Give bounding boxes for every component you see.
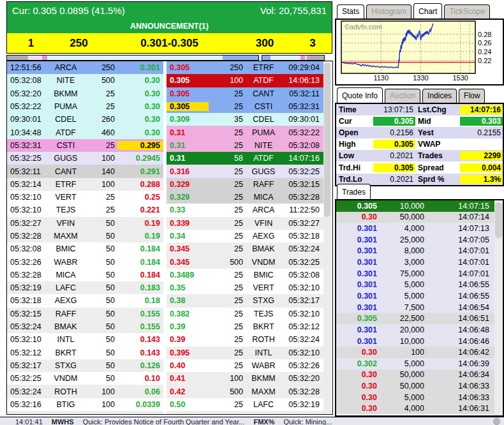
- news-symbol-2[interactable]: FMX%: [253, 418, 274, 425]
- bid-row[interactable]: 05:32:31CSTI250.295: [7, 139, 163, 152]
- news-symbol[interactable]: MWHS: [52, 418, 74, 425]
- book-scrollbar-thumb[interactable]: [324, 63, 330, 217]
- bid-row[interactable]: 05:32:16BTIG1000.0339: [7, 398, 163, 411]
- ask-row[interactable]: 0.32925MICA05:32:28: [167, 191, 323, 204]
- bid-row[interactable]: 05:32:24BMAK500.155: [7, 320, 163, 333]
- ask-row[interactable]: 0.31625GUGS05:32:25: [167, 165, 323, 177]
- trade-row[interactable]: 0.30125,00014:07:05: [336, 234, 494, 246]
- bid-row[interactable]: 05:32:25GUGS1000.2945: [7, 152, 163, 165]
- ask-row[interactable]: 0.3925ROTH05:32:24: [167, 333, 323, 346]
- trade-row[interactable]: 0.30110,00014:06:46: [336, 336, 494, 347]
- bid-row[interactable]: 05:32:25VNDM500.10: [7, 372, 163, 385]
- trade-row[interactable]: 0.304,00014:06:31: [336, 403, 494, 415]
- tab-stats[interactable]: Stats: [337, 4, 364, 19]
- ask-row[interactable]: 0.3325ARCA11:22:50: [167, 204, 323, 216]
- bid-row[interactable]: 05:32:10TEJS250.221: [7, 204, 163, 216]
- tab-chart[interactable]: Chart: [413, 3, 442, 19]
- ask-row[interactable]: 0.30525CSTI05:32:31: [167, 100, 323, 113]
- bid-row[interactable]: 05:32:25MITR1000.03: [7, 411, 163, 414]
- bid-row[interactable]: 05:32:11CANT1400.291: [7, 165, 163, 177]
- ask-price: 0.33: [167, 205, 209, 214]
- ask-row[interactable]: 0.345500VNDM05:32:25: [167, 255, 323, 268]
- bid-row[interactable]: 05:32:26WABR500.184: [7, 255, 163, 268]
- trade-row[interactable]: 0.3015,00014:06:55: [336, 290, 494, 302]
- ask-row[interactable]: 0.3825STXG05:32:17: [167, 294, 323, 307]
- ask-row[interactable]: 0.30525CANT05:32:11: [167, 87, 323, 100]
- ask-row[interactable]: 0.305250ETRF09:29:04: [167, 61, 323, 74]
- ask-row[interactable]: 0.5025LAFC05:32:19: [167, 398, 323, 411]
- trade-row[interactable]: 0.3050,00014:07:14: [336, 212, 494, 223]
- ask-row[interactable]: 0.5225LAMP05:32:22: [167, 411, 323, 414]
- trades-scrollbar-thumb[interactable]: [495, 202, 502, 238]
- tab-indices[interactable]: Indices: [422, 89, 457, 103]
- announcement-bar[interactable]: ANNOUNCEMENT(1): [7, 19, 332, 33]
- trade-row[interactable]: 0.3015,00014:06:55: [336, 279, 494, 290]
- bid-row[interactable]: 09:30:01CDEL2600.30: [7, 113, 163, 126]
- news-headline-2[interactable]: Quick: Mining...: [283, 418, 332, 425]
- trade-row[interactable]: 0.30522,50014:06:51: [336, 313, 494, 324]
- bid-row[interactable]: 05:32:08BMIC500.184: [7, 242, 163, 255]
- book-scrollbar[interactable]: [323, 61, 331, 414]
- bid-row[interactable]: 05:32:12BKRT500.143: [7, 347, 163, 359]
- bid-row[interactable]: 05:32:20BKMM250.30: [7, 87, 163, 100]
- trade-row[interactable]: 0.30175,00014:07:01: [336, 268, 494, 280]
- trade-row[interactable]: 0.3018,00014:07:01: [336, 246, 494, 257]
- bid-size: 500: [84, 76, 117, 85]
- ask-row[interactable]: 0.305100ATDF14:06:13: [167, 74, 323, 87]
- trade-row[interactable]: 0.3014,00014:07:13: [336, 223, 494, 234]
- ask-row[interactable]: 0.4025WABR05:32:26: [167, 359, 323, 372]
- news-scroll-icon[interactable]: [493, 418, 500, 425]
- ask-row[interactable]: 0.34525BMAK05:32:24: [167, 242, 323, 255]
- bid-row[interactable]: 05:32:10VERT250.25: [7, 191, 163, 204]
- trade-row[interactable]: 0.30510,00014:07:15: [336, 200, 494, 212]
- ask-row[interactable]: 0.348925BMIC05:32:08: [167, 269, 323, 281]
- ask-row[interactable]: 0.3925BKRT05:32:12: [167, 320, 323, 333]
- trade-row[interactable]: 0.3025,00014:06:39: [336, 358, 494, 369]
- ask-row[interactable]: 0.41100BKMM05:32:20: [167, 372, 323, 385]
- trade-row[interactable]: 0.305,00014:06:33: [336, 392, 494, 403]
- news-headline[interactable]: Quick: Provides Notice of Fourth Quarter…: [83, 418, 245, 425]
- bid-row[interactable]: 05:32:24ROTH1000.06: [7, 385, 163, 398]
- bid-row[interactable]: 05:32:18AEXG500.18: [7, 294, 163, 307]
- bid-row[interactable]: 05:32:27VFIN500.19: [7, 217, 163, 230]
- trade-row[interactable]: 0.30120,00014:06:48: [336, 324, 494, 336]
- ask-row[interactable]: 0.3158ATDF14:07:16: [167, 152, 323, 165]
- bid-row[interactable]: 05:32:19LAFC500.183: [7, 281, 163, 294]
- tab-histogram[interactable]: Histogram: [366, 4, 411, 19]
- trade-time: 14:06:31: [441, 404, 494, 413]
- tab-flow[interactable]: Flow: [459, 89, 485, 103]
- bid-row[interactable]: 12:51:56ARCA2500.301: [7, 61, 163, 74]
- ask-row[interactable]: 0.42500MAXM05:32:28: [167, 385, 323, 398]
- bid-row[interactable]: 05:32:17STXG500.126: [7, 359, 163, 372]
- bid-row[interactable]: 05:32:28MICA500.184: [7, 269, 163, 281]
- ask-row[interactable]: 0.3425AEXG05:32:18: [167, 230, 323, 242]
- depth-segment: [271, 56, 300, 60]
- ask-row[interactable]: 0.3125PUMA05:32:22: [167, 126, 323, 138]
- bid-row[interactable]: 05:32:28MAXM500.19: [7, 230, 163, 242]
- trade-row[interactable]: 0.3050,00014:06:33: [336, 380, 494, 392]
- ask-row[interactable]: 0.30935CDEL09:30:01: [167, 113, 323, 126]
- trade-row[interactable]: 0.3010014:06:42: [336, 347, 494, 358]
- trade-row[interactable]: 0.3050,00014:06:34: [336, 369, 494, 381]
- ask-row[interactable]: 0.33925VFIN05:32:27: [167, 217, 323, 230]
- tab-tickscope[interactable]: TickScope: [444, 4, 490, 19]
- bid-row[interactable]: 05:32:15RAFF500.155: [7, 308, 163, 320]
- tab-auction[interactable]: Auction: [385, 89, 420, 103]
- ask-row[interactable]: 0.3525VERT05:32:10: [167, 281, 323, 294]
- trades-scrollbar[interactable]: [494, 200, 503, 415]
- bid-row[interactable]: 05:32:22PUMA250.30: [7, 100, 163, 113]
- trade-row[interactable]: 0.3013,00014:07:01: [336, 257, 494, 268]
- bid-row[interactable]: 05:32:14ETRF1000.288: [7, 178, 163, 191]
- tab-trades[interactable]: Trades: [337, 184, 371, 199]
- trade-row[interactable]: 0.3017,50014:06:54: [336, 302, 494, 313]
- ask-row[interactable]: 0.39525INTL05:32:10: [167, 347, 323, 359]
- bid-row[interactable]: 05:32:08NITE5000.30: [7, 74, 163, 87]
- bid-row[interactable]: 05:32:10INTL500.143: [7, 333, 163, 346]
- ask-row[interactable]: 0.32925RAFF05:32:15: [167, 178, 323, 191]
- announcement-label[interactable]: ANNOUNCEMENT(1): [130, 22, 209, 31]
- ask-row[interactable]: 0.3125NITE05:32:08: [167, 139, 323, 152]
- bid-row[interactable]: 10:34:48ATDF4600.30: [7, 126, 163, 138]
- tab-quote-info[interactable]: Quote Info: [337, 87, 383, 103]
- ask-row[interactable]: 0.38225TEJS05:32:10: [167, 308, 323, 320]
- bid-market-maker: AEXG: [48, 296, 84, 305]
